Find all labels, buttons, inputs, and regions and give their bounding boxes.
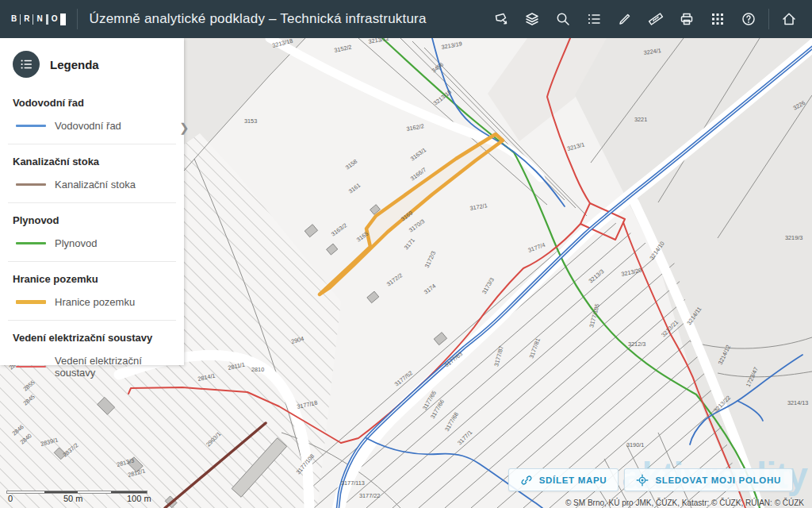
svg-text:3177/22: 3177/22: [359, 492, 380, 499]
parcel-boundary-swatch: [16, 300, 46, 304]
svg-text:3213/1: 3213/1: [566, 140, 585, 152]
select-area-button[interactable]: [489, 7, 513, 31]
pencil-icon: [617, 11, 633, 27]
legend-list-icon: [19, 57, 33, 71]
scale-label-100: 100 m: [127, 494, 151, 503]
printer-icon: [679, 11, 695, 27]
svg-text:3152/2: 3152/2: [334, 44, 353, 54]
brno-logo[interactable]: B R N O: [11, 13, 66, 25]
svg-text:3171: 3171: [403, 237, 416, 251]
page-title: Územně analytické podklady – Technická i…: [89, 11, 426, 27]
gas-line-swatch: [16, 242, 46, 244]
svg-text:3213/19: 3213/19: [441, 40, 463, 51]
share-map-button[interactable]: SDÍLET MAPU: [508, 468, 619, 491]
print-button[interactable]: [675, 7, 699, 31]
sewer-line-swatch: [16, 183, 46, 186]
legend-list-button[interactable]: [582, 7, 606, 31]
svg-text:3190/1: 3190/1: [626, 441, 644, 448]
legend-heading-gas: Plynovod: [13, 214, 171, 226]
top-bar: B R N O Územně analytické podklady – Tec…: [0, 0, 812, 38]
search-button[interactable]: [551, 7, 575, 31]
svg-text:3162/2: 3162/2: [406, 122, 425, 133]
list-icon: [586, 11, 602, 27]
svg-text:3170/3: 3170/3: [408, 217, 426, 233]
scale-label-50: 50 m: [63, 494, 82, 503]
apps-grid-icon: [710, 11, 726, 27]
legend-item-sewer: Kanalizační stoka: [16, 179, 171, 190]
svg-text:3163/2: 3163/2: [330, 221, 348, 237]
svg-text:3214/13: 3214/13: [787, 399, 808, 406]
legend-heading-parcel: Hranice pozemku: [13, 273, 171, 285]
draw-button[interactable]: [613, 7, 637, 31]
legend-collapse-chevron[interactable]: ❯: [179, 121, 190, 135]
follow-location-button[interactable]: SLEDOVAT MOJI POLOHU: [624, 468, 793, 491]
water-line-swatch: [16, 125, 46, 127]
scale-bar: 0 50 m 100 m: [6, 491, 157, 504]
svg-text:3177/81: 3177/81: [527, 337, 541, 360]
select-area-icon: [493, 11, 509, 27]
electric-line-swatch: [16, 366, 46, 368]
svg-text:3212/3: 3212/3: [628, 341, 645, 348]
scale-label-0: 0: [8, 494, 13, 503]
measure-button[interactable]: [644, 7, 668, 31]
svg-text:3177/1: 3177/1: [456, 429, 473, 446]
share-link-icon: [520, 474, 533, 487]
svg-text:2810: 2810: [251, 366, 264, 373]
legend-item-parcel: Hranice pozemku: [16, 296, 171, 308]
legend-heading-sewer: Kanalizační stoka: [13, 156, 171, 167]
legend-item-gas: Plynovod: [16, 237, 171, 249]
legend-item-water: Vodovodní řad: [16, 120, 171, 132]
svg-text:3153: 3153: [244, 117, 257, 125]
share-map-label: SDÍLET MAPU: [539, 475, 607, 485]
follow-location-label: SLEDOVAT MOJI POLOHU: [655, 475, 781, 485]
svg-text:3173/3: 3173/3: [481, 276, 496, 295]
help-icon: [741, 11, 756, 27]
svg-text:3161: 3161: [347, 182, 362, 195]
svg-text:3158: 3158: [344, 158, 358, 171]
home-icon: [781, 11, 797, 27]
legend-panel: Legenda Vodovodní řad Vodovodní řad Kana…: [0, 38, 184, 365]
svg-text:3213/3: 3213/3: [588, 267, 606, 284]
svg-text:3177/87: 3177/87: [492, 345, 505, 368]
map-attribution: © SM Brno, KÚ pro JMK, ČÚZK, Katastr: © …: [565, 498, 804, 507]
svg-text:3172/2: 3172/2: [385, 271, 404, 287]
layers-icon: [524, 11, 540, 27]
svg-text:3213/20: 3213/20: [621, 267, 643, 278]
svg-text:3213/12: 3213/12: [368, 38, 390, 45]
svg-text:3221: 3221: [634, 116, 647, 123]
apps-grid-button[interactable]: [706, 7, 730, 31]
legend-title: Legenda: [50, 58, 99, 71]
search-icon: [555, 11, 571, 27]
svg-text:3177/113: 3177/113: [341, 479, 365, 487]
svg-text:3174: 3174: [423, 283, 437, 296]
svg-text:3172/1: 3172/1: [469, 202, 488, 212]
legend-toggle-button[interactable]: [13, 51, 40, 78]
layers-button[interactable]: [520, 7, 544, 31]
legend-item-electric: Vedení elektrizační soustavy: [16, 355, 171, 379]
help-button[interactable]: [737, 7, 760, 31]
svg-text:3219/3: 3219/3: [785, 234, 802, 241]
svg-text:3213/18: 3213/18: [432, 88, 453, 106]
legend-heading-electric: Vedení elektrizační soustavy: [13, 332, 171, 344]
locate-icon: [636, 474, 649, 487]
svg-text:3177/4: 3177/4: [527, 241, 546, 254]
svg-text:3172/3: 3172/3: [423, 250, 438, 269]
legend-heading-water: Vodovodní řad: [13, 97, 171, 109]
svg-text:3163/1: 3163/1: [409, 146, 427, 162]
home-button[interactable]: [777, 7, 801, 31]
ruler-icon: [648, 11, 664, 27]
